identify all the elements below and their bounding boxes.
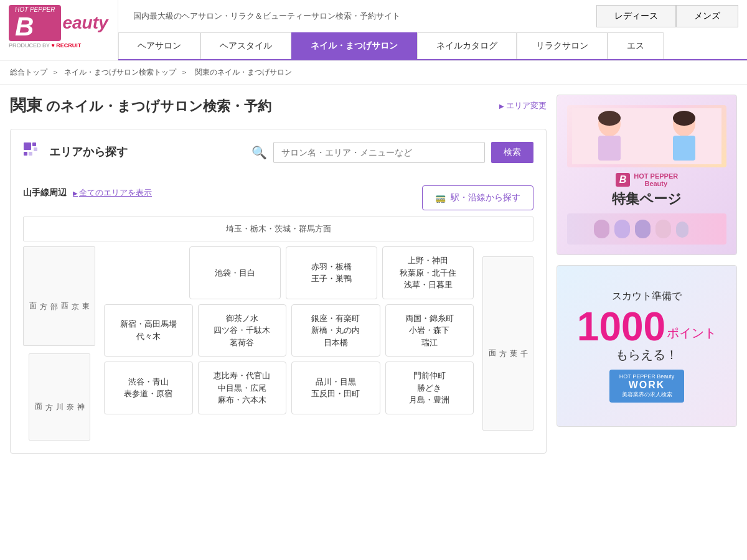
svg-rect-9	[673, 136, 695, 161]
area-btn-shinjuku[interactable]: 新宿・高田馬場代々木	[104, 304, 193, 357]
logo: HOT PEPPER B eauty	[9, 5, 109, 41]
ad-moraeru: もらえる！	[616, 347, 678, 363]
station-search-label: 駅・沿線から探す	[451, 192, 520, 203]
search-button[interactable]: 検索	[491, 142, 533, 163]
content-area: 関東 のネイル・まつげサロン検索・予約 エリア変更 エリアから	[10, 95, 547, 454]
left-label-tokyo: 東京西部方面	[23, 246, 95, 346]
area-title-group: エリアから探す	[23, 142, 128, 162]
ad-work-subtitle: 美容業界の求人検索	[619, 391, 674, 399]
area-change-link[interactable]: エリア変更	[499, 100, 547, 111]
train-icon: 🚃	[435, 193, 446, 203]
area-icon	[23, 142, 43, 162]
main-grid: 池袋・目白 赤羽・板橋王子・巣鴨 上野・神田秋葉原・北千住浅草・日暮里 新宿・高…	[104, 246, 474, 441]
svg-rect-1	[32, 142, 36, 146]
breadcrumb-item-3: 関東のネイル・まつげサロン	[195, 68, 292, 77]
nav-tab-relax-salon[interactable]: リラクサロン	[517, 32, 608, 59]
area-btn-ikebukuro[interactable]: 池袋・目白	[189, 246, 281, 299]
produced-by-text: PRODUCED BY ♥ RECRUIT	[9, 42, 109, 49]
breadcrumb-item-2[interactable]: ネイル・まつげサロン検索トップ	[64, 68, 176, 77]
nav-tab-esu[interactable]: エス	[608, 32, 664, 59]
svg-rect-14	[635, 220, 651, 238]
people-svg	[572, 108, 721, 164]
search-input[interactable]	[273, 142, 485, 163]
ad-scout-points-row: 1000 ポイント	[577, 307, 716, 347]
ad-brand-row: B HOT PEPPERBeauty	[616, 172, 678, 187]
ad-tokushu-label: 特集ページ	[612, 190, 682, 208]
main-container: 関東 のネイル・まつげサロン検索・予約 エリア変更 エリアから	[0, 85, 747, 464]
yamanote-station-row: 山手線周辺 全てのエリアを表示 🚃 駅・沿線から探す	[23, 185, 533, 210]
left-labels: 東京西部方面 神奈川方面	[23, 246, 95, 441]
left-label-kanagawa: 神奈川方面	[29, 353, 90, 441]
ad-hot-pepper-work: HOT PEPPER Beauty	[619, 373, 674, 380]
ad-beauty-special[interactable]: B HOT PEPPERBeauty 特集ページ	[557, 95, 737, 255]
search-icon: 🔍	[251, 145, 267, 160]
yamanote-label: 山手線周辺	[23, 187, 67, 198]
breadcrumb-sep-2: ＞	[181, 68, 190, 77]
area-grid-container: 埼玉・栃木・茨城・群馬方面 東京西部方面 神奈川方面	[23, 217, 533, 441]
ad-work-label: WORK	[619, 380, 674, 391]
title-suffix: のネイル・まつげサロン検索・予約	[46, 98, 271, 114]
nav-tab-nail-matsuge[interactable]: ネイル・まつげサロン	[291, 32, 417, 59]
recruit-label: ♥ RECRUIT	[51, 42, 81, 49]
ad-b-logo: B	[616, 173, 631, 187]
right-label-chiba: 千葉方面	[482, 256, 533, 431]
svg-rect-13	[614, 220, 630, 238]
svg-rect-3	[29, 152, 32, 156]
breadcrumb-sep-1: ＞	[52, 68, 61, 77]
area-btn-ueno[interactable]: 上野・神田秋葉原・北千住浅草・日暮里	[382, 246, 474, 299]
area-btn-ryogoku[interactable]: 両国・錦糸町小岩・森下瑞江	[385, 304, 474, 357]
nav-tab-hair-style[interactable]: ヘアスタイル	[200, 32, 291, 59]
nail-svg	[591, 217, 703, 241]
saitama-region-button[interactable]: 埼玉・栃木・茨城・群馬方面	[23, 217, 533, 241]
breadcrumb-item-1[interactable]: 総合トップ	[10, 68, 47, 77]
grid-row-3: 渋谷・青山表参道・原宿 恵比寿・代官山中目黒・広尾麻布・六本木 品川・目黒五反田…	[104, 362, 474, 414]
grid-row-1: 池袋・目白 赤羽・板橋王子・巣鴨 上野・神田秋葉原・北千住浅草・日暮里	[104, 246, 474, 299]
mens-button[interactable]: メンズ	[676, 5, 738, 27]
nav-tab-nail-catalog[interactable]: ネイルカタログ	[417, 32, 517, 59]
ad-nail-image	[567, 213, 726, 245]
grid-col-empty-1	[104, 246, 184, 299]
area-btn-monzen[interactable]: 門前仲町勝どき月島・豊洲	[385, 362, 474, 414]
right-labels: 千葉方面	[482, 246, 533, 441]
area-search-box: エリアから探す 🔍 検索 山手線周辺 全てのエリアを表示 🚃 駅・沿線から探す	[10, 129, 547, 454]
svg-rect-0	[24, 142, 31, 150]
yamanote-row: 山手線周辺 全てのエリアを表示	[23, 187, 152, 198]
page-title: 関東 のネイル・まつげサロン検索・予約	[10, 95, 271, 116]
area-btn-akabane[interactable]: 赤羽・板橋王子・巣鴨	[286, 246, 377, 299]
station-search-button[interactable]: 🚃 駅・沿線から探す	[422, 185, 533, 210]
sidebar-ads: B HOT PEPPERBeauty 特集ページ スカウト準備で 1000	[557, 95, 737, 454]
svg-rect-7	[598, 136, 621, 161]
saitama-row: 埼玉・栃木・茨城・群馬方面	[23, 217, 533, 241]
ad-scout[interactable]: スカウト準備で 1000 ポイント もらえる！ HOT PEPPER Beaut…	[557, 265, 737, 427]
area-btn-ginza[interactable]: 銀座・有楽町新橋・丸の内日本橋	[291, 304, 380, 357]
logo-eauty-text: eauty	[62, 13, 108, 33]
breadcrumb: 総合トップ ＞ ネイル・まつげサロン検索トップ ＞ 関東のネイル・まつげサロン	[0, 61, 747, 85]
nav-tab-hair-salon[interactable]: ヘアサロン	[118, 32, 200, 59]
svg-point-10	[598, 111, 621, 126]
area-btn-shinagawa[interactable]: 品川・目黒五反田・田町	[291, 362, 380, 414]
ad-work-badge: HOT PEPPER Beauty WORK 美容業界の求人検索	[609, 370, 684, 403]
ad-points-unit: ポイント	[667, 325, 716, 342]
area-box-header: エリアから探す 🔍 検索	[23, 142, 533, 175]
show-all-link[interactable]: 全てのエリアを表示	[73, 187, 152, 198]
area-btn-ebisu[interactable]: 恵比寿・代官山中目黒・広尾麻布・六本木	[198, 362, 287, 414]
ad-people-image	[567, 105, 726, 167]
nav-tabs: ヘアサロンヘアスタイルネイル・まつげサロンネイルカタログリラクサロンエス	[118, 32, 747, 60]
logo-section: HOT PEPPER B eauty PRODUCED BY ♥ RECRUIT	[0, 0, 118, 60]
grid-row-2: 新宿・高田馬場代々木 御茶ノ水四ツ谷・千駄木茗荷谷 銀座・有楽町新橋・丸の内日本…	[104, 304, 474, 357]
search-section: 🔍 検索	[251, 142, 533, 163]
header-right: 国内最大級のヘアサロン・リラク＆ビューティーサロン検索・予約サイト レディース …	[118, 0, 747, 60]
svg-rect-5	[572, 108, 721, 164]
svg-rect-15	[655, 220, 671, 238]
ad-scout-title: スカウト準備で	[612, 290, 682, 303]
area-btn-shibuya[interactable]: 渋谷・青山表参道・原宿	[104, 362, 193, 414]
svg-rect-12	[594, 220, 609, 238]
area-section-title: エリアから探す	[49, 144, 128, 159]
svg-rect-2	[24, 152, 27, 156]
svg-rect-4	[34, 147, 37, 151]
tagline-row: 国内最大級のヘアサロン・リラク＆ビューティーサロン検索・予約サイト レディース …	[118, 0, 747, 32]
area-btn-ochanomizu[interactable]: 御茶ノ水四ツ谷・千駄木茗荷谷	[198, 304, 287, 357]
area-grid-with-labels: 東京西部方面 神奈川方面 池袋・目白 赤羽・板橋王子・巣鴨	[23, 246, 533, 441]
logo-b-letter: HOT PEPPER B	[9, 5, 61, 41]
ladies-button[interactable]: レディース	[596, 5, 676, 27]
